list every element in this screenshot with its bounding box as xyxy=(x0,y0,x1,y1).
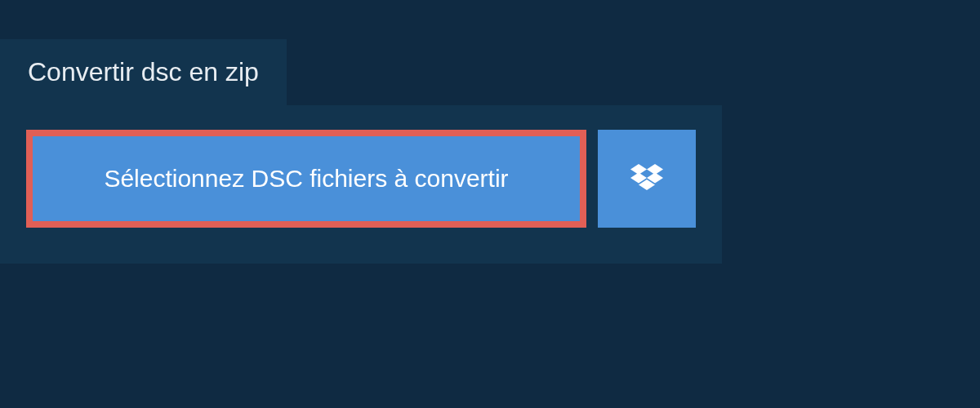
select-files-button[interactable]: Sélectionnez DSC fichiers à convertir xyxy=(26,130,586,228)
dropbox-icon xyxy=(630,164,663,193)
upload-panel: Sélectionnez DSC fichiers à convertir xyxy=(0,105,722,264)
page-title-tab: Convertir dsc en zip xyxy=(0,39,287,105)
select-files-label: Sélectionnez DSC fichiers à convertir xyxy=(104,165,508,193)
page-title: Convertir dsc en zip xyxy=(28,57,259,86)
dropbox-button[interactable] xyxy=(598,130,696,228)
